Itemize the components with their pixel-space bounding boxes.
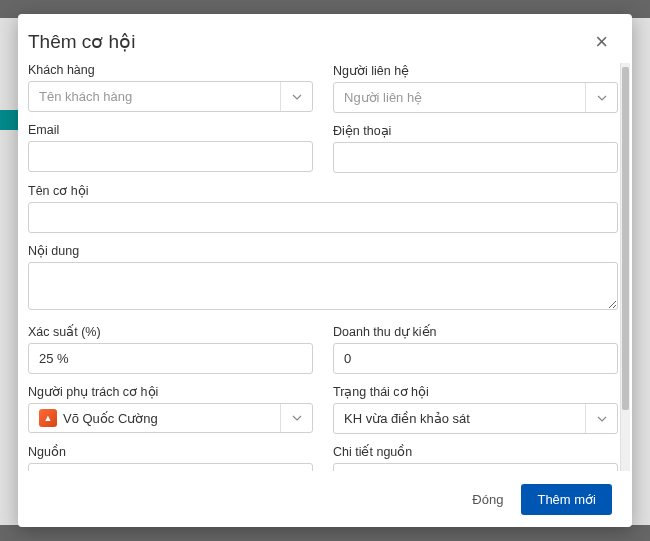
modal-header: Thêm cơ hội × <box>18 14 632 63</box>
content-field[interactable] <box>28 262 618 310</box>
label-status: Trạng thái cơ hội <box>333 384 618 399</box>
phone-field[interactable] <box>333 142 618 173</box>
contact-select[interactable]: Người liên hệ <box>333 82 618 113</box>
scrollbar[interactable] <box>620 63 630 471</box>
label-email: Email <box>28 123 313 137</box>
revenue-field[interactable] <box>333 343 618 374</box>
label-source: Nguồn <box>28 444 313 459</box>
chevron-down-icon <box>280 82 312 111</box>
modal-title: Thêm cơ hội <box>28 30 135 53</box>
modal-footer: Đóng Thêm mới <box>18 471 632 527</box>
label-source-detail: Chi tiết nguồn <box>333 444 618 459</box>
probability-field[interactable] <box>28 343 313 374</box>
email-field[interactable] <box>28 141 313 172</box>
label-customer: Khách hàng <box>28 63 313 77</box>
source-field[interactable] <box>28 463 313 471</box>
label-revenue: Doanh thu dự kiến <box>333 324 618 339</box>
contact-select-text: Người liên hệ <box>334 83 585 112</box>
opportunity-name-field[interactable] <box>28 202 618 233</box>
status-select[interactable]: KH vừa điền khảo sát <box>333 403 618 434</box>
scrollbar-thumb[interactable] <box>622 67 629 410</box>
modal-add-opportunity: Thêm cơ hội × Khách hàng Tên khách hàng … <box>18 14 632 527</box>
modal-body: Khách hàng Tên khách hàng Người liên hệ … <box>18 63 632 471</box>
customer-select-text: Tên khách hàng <box>29 82 280 111</box>
label-content: Nội dung <box>28 243 618 258</box>
avatar-icon: ▲ <box>39 409 57 427</box>
status-select-text: KH vừa điền khảo sát <box>334 404 585 433</box>
source-detail-field[interactable] <box>333 463 618 471</box>
assignee-select-text: Võ Quốc Cường <box>63 411 158 426</box>
chevron-down-icon <box>280 404 312 432</box>
submit-button[interactable]: Thêm mới <box>521 484 612 515</box>
chevron-down-icon <box>585 404 617 433</box>
label-contact: Người liên hệ <box>333 63 618 78</box>
label-assignee: Người phụ trách cơ hội <box>28 384 313 399</box>
chevron-down-icon <box>585 83 617 112</box>
label-phone: Điện thoại <box>333 123 618 138</box>
close-icon[interactable]: × <box>591 31 612 53</box>
close-button[interactable]: Đóng <box>472 492 503 507</box>
customer-select[interactable]: Tên khách hàng <box>28 81 313 112</box>
assignee-select[interactable]: ▲ Võ Quốc Cường <box>28 403 313 433</box>
label-probability: Xác suất (%) <box>28 324 313 339</box>
label-opportunity-name: Tên cơ hội <box>28 183 618 198</box>
